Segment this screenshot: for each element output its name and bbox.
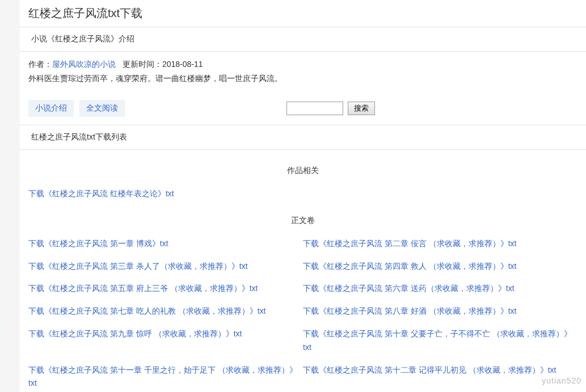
search-input[interactable]: [286, 102, 343, 115]
author-label: 作者：: [28, 60, 52, 69]
chapter-link[interactable]: 下载《红楼之庶子风流 第四章 救人 （求收藏，求推荐）》txt: [303, 262, 516, 271]
volume-title: 正文卷: [20, 205, 586, 233]
chapter-row: 下载《红楼之庶子风流 第九章 惊呼 （求收藏，求推荐）》txt下载《红楼之庶子风…: [28, 323, 577, 359]
chapter-col-right: 下载《红楼之庶子风流 第十二章 记得平儿初见 （求收藏，求推荐）》txt: [303, 359, 577, 392]
chapter-col-right: 下载《红楼之庶子风流 第八章 好酒 （求收藏，求推荐）》txt: [303, 300, 577, 323]
chapter-link[interactable]: 下载《红楼之庶子风流 第八章 好酒 （求收藏，求推荐）》txt: [303, 306, 516, 315]
chapter-col-right: 下载《红楼之庶子风流 第六章 送药（求收藏，求推荐）》txt: [303, 277, 577, 300]
nav-fulltext-button[interactable]: 全文阅读: [79, 100, 125, 117]
chapter-col-left: 下载《红楼之庶子风流 第三章 杀人了（求收藏，求推荐）》txt: [28, 255, 303, 278]
update-time: 更新时间：2018-08-11: [123, 60, 203, 69]
intro-header: 小说《红楼之庶子风流》介绍: [20, 27, 586, 52]
nav-intro-button[interactable]: 小说介绍: [28, 100, 74, 117]
chapter-col-left: 下载《红楼之庶子风流 第七章 吃人的礼教 （求收藏，求推荐）》txt: [28, 300, 303, 323]
author-line: 作者：屋外风吹凉的小说 更新时间：2018-08-11: [20, 52, 586, 72]
chapter-col-right: [303, 183, 577, 205]
volume-title: 作品相关: [20, 150, 586, 183]
search-group: 搜索: [286, 102, 375, 115]
chapter-col-left: 下载《红楼之庶子风流 第十一章 千里之行，始于足下 （求收藏，求推荐）》txt: [28, 359, 303, 392]
chapter-link[interactable]: 下载《红楼之庶子风流 第五章 府上三爷 （求收藏，求推荐）》txt: [28, 284, 258, 293]
chapter-row: 下载《红楼之庶子风流 第一章 博戏》txt下载《红楼之庶子风流 第二章 佞言 （…: [28, 233, 577, 255]
chapter-row: 下载《红楼之庶子风流 第十一章 千里之行，始于足下 （求收藏，求推荐）》txt下…: [28, 359, 577, 392]
novel-description: 外科医生贾琮过劳而卒，魂穿荣府。谱一曲红楼幽梦，唱一世庶子风流。: [20, 72, 586, 92]
chapter-link[interactable]: 下载《红楼之庶子风流 第十二章 记得平儿初见 （求收藏，求推荐）》txt: [303, 365, 556, 374]
chapter-col-right: 下载《红楼之庶子风流 第二章 佞言 （求收藏，求推荐）》txt: [303, 233, 577, 255]
chapter-col-left: 下载《红楼之庶子风流 第五章 府上三爷 （求收藏，求推荐）》txt: [28, 277, 303, 300]
chapter-link[interactable]: 下载《红楼之庶子风流 第二章 佞言 （求收藏，求推荐）》txt: [303, 239, 516, 248]
chapter-link[interactable]: 下载《红楼之庶子风流 第六章 送药（求收藏，求推荐）》txt: [303, 284, 515, 293]
chapter-row: 下载《红楼之庶子风流 第五章 府上三爷 （求收藏，求推荐）》txt下载《红楼之庶…: [28, 277, 577, 300]
chapter-col-left: 下载《红楼之庶子风流 第九章 惊呼 （求收藏，求推荐）》txt: [28, 323, 303, 359]
chapter-row: 下载《红楼之庶子风流 第七章 吃人的礼教 （求收藏，求推荐）》txt下载《红楼之…: [28, 300, 577, 323]
author-link[interactable]: 屋外风吹凉的小说: [52, 60, 116, 69]
watermark: yutian520: [542, 376, 581, 385]
chapter-link[interactable]: 下载《红楼之庶子风流 第七章 吃人的礼教 （求收藏，求推荐）》txt: [28, 306, 265, 315]
chapter-col-right: 下载《红楼之庶子风流 第四章 救人 （求收藏，求推荐）》txt: [303, 255, 577, 278]
chapter-link[interactable]: 下载《红楼之庶子风流 红楼年表之论》txt: [28, 189, 174, 198]
chapter-link[interactable]: 下载《红楼之庶子风流 第十章 父要子亡，子不得不亡 （求收藏，求推荐）》txt: [303, 329, 572, 352]
chapter-list: 下载《红楼之庶子风流 第一章 博戏》txt下载《红楼之庶子风流 第二章 佞言 （…: [20, 233, 586, 392]
chapter-link[interactable]: 下载《红楼之庶子风流 第三章 杀人了（求收藏，求推荐）》txt: [28, 262, 248, 271]
chapter-link[interactable]: 下载《红楼之庶子风流 第一章 博戏》txt: [28, 239, 168, 248]
chapter-link[interactable]: 下载《红楼之庶子风流 第十一章 千里之行，始于足下 （求收藏，求推荐）》txt: [28, 365, 297, 388]
nav-search-row: 小说介绍 全文阅读 搜索: [20, 92, 586, 125]
chapter-col-left: 下载《红楼之庶子风流 第一章 博戏》txt: [28, 233, 303, 255]
chapter-col-left: 下载《红楼之庶子风流 红楼年表之论》txt: [28, 183, 303, 205]
chapter-row: 下载《红楼之庶子风流 红楼年表之论》txt: [28, 183, 577, 205]
chapter-col-right: 下载《红楼之庶子风流 第十章 父要子亡，子不得不亡 （求收藏，求推荐）》txt: [303, 323, 577, 359]
list-header: 红楼之庶子风流txt下载列表: [20, 125, 586, 150]
chapter-list: 下载《红楼之庶子风流 红楼年表之论》txt: [20, 183, 586, 205]
search-button[interactable]: 搜索: [348, 102, 375, 115]
chapter-link[interactable]: 下载《红楼之庶子风流 第九章 惊呼 （求收藏，求推荐）》txt: [28, 329, 242, 338]
chapter-row: 下载《红楼之庶子风流 第三章 杀人了（求收藏，求推荐）》txt下载《红楼之庶子风…: [28, 255, 577, 278]
page-title: 红楼之庶子风流txt下载: [20, 0, 586, 27]
